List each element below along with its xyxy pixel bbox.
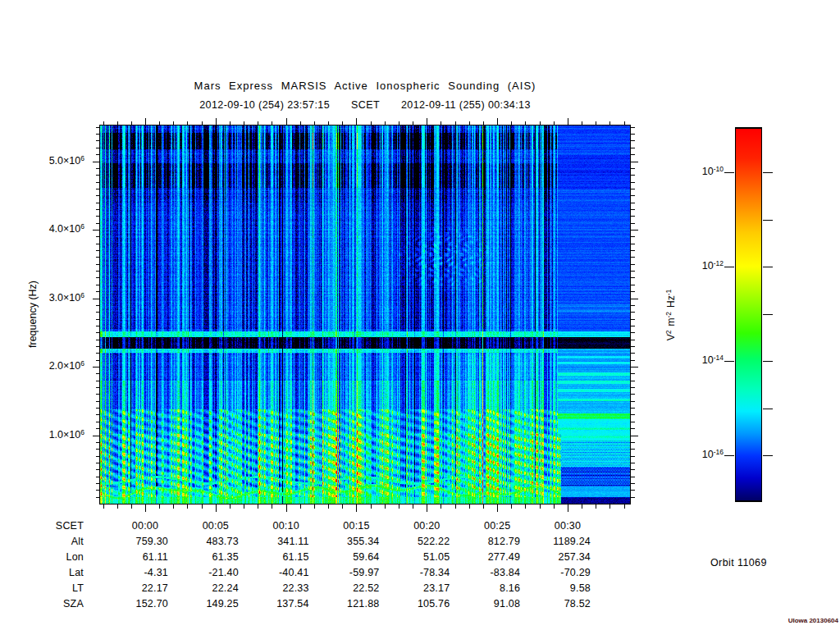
table-cell: -83.84 bbox=[450, 567, 520, 578]
table-row-label: Lon bbox=[33, 551, 84, 563]
x-tick-label: 00:10 bbox=[251, 520, 322, 532]
table-cell: 137.54 bbox=[239, 598, 309, 609]
table-cell: 61.15 bbox=[239, 551, 309, 563]
colorbar-tick-label: 10-12 bbox=[666, 259, 724, 272]
colorbar-tick bbox=[724, 172, 734, 173]
scet-end: 2012-09-11 (255) 00:34:13 bbox=[401, 99, 531, 111]
table-cell: -21.40 bbox=[168, 567, 239, 578]
table-row-label: SCET bbox=[33, 520, 84, 532]
table-cell: 152.70 bbox=[98, 598, 168, 609]
y-tick-label: 2.0×106 bbox=[27, 359, 84, 372]
table-cell: 59.64 bbox=[308, 551, 379, 563]
table-cell: 22.33 bbox=[239, 582, 309, 594]
table-cell: 22.17 bbox=[98, 582, 168, 594]
table-cell: -59.97 bbox=[308, 567, 379, 578]
colorbar-tick bbox=[724, 361, 734, 362]
table-cell: -70.29 bbox=[520, 567, 591, 578]
colorbar-tick bbox=[763, 267, 773, 267]
table-cell: 22.52 bbox=[308, 582, 379, 594]
colorbar-tick-label: 10-16 bbox=[666, 448, 724, 460]
table-cell: 23.17 bbox=[379, 582, 450, 594]
scet-axis-label: SCET bbox=[351, 99, 380, 111]
colorbar-tick bbox=[763, 314, 773, 315]
table-cell: 78.52 bbox=[520, 598, 591, 609]
x-tick-label: 00:00 bbox=[110, 520, 180, 532]
colorbar-tick bbox=[724, 455, 734, 456]
colorbar-unit-label: V2m-2Hz-1 bbox=[664, 290, 677, 341]
table-cell: -78.34 bbox=[379, 567, 450, 578]
table-cell: 149.25 bbox=[168, 598, 239, 609]
table-cell: 22.24 bbox=[168, 582, 239, 594]
table-cell: 355.34 bbox=[308, 536, 379, 547]
table-cell: 8.16 bbox=[450, 582, 520, 594]
x-tick-label: 00:20 bbox=[391, 520, 462, 532]
table-cell: 812.79 bbox=[450, 536, 520, 547]
colorbar-tick bbox=[763, 455, 773, 456]
scet-start: 2012-09-10 (254) 23:57:15 bbox=[199, 99, 330, 111]
table-cell: 341.11 bbox=[239, 536, 309, 547]
colorbar-tick bbox=[763, 220, 773, 221]
table-cell: 105.76 bbox=[379, 598, 450, 609]
table-cell: 61.11 bbox=[98, 551, 168, 563]
table-cell: 1189.24 bbox=[520, 536, 591, 547]
table-cell: 121.88 bbox=[308, 598, 379, 609]
colorbar-tick bbox=[763, 361, 773, 362]
table-row-label: Alt bbox=[33, 536, 84, 547]
plot-subtitle: 2012-09-10 (254) 23:57:15SCET2012-09-11 … bbox=[92, 99, 638, 111]
colorbar-tick bbox=[724, 267, 734, 267]
table-cell: 277.49 bbox=[450, 551, 520, 563]
table-cell: 51.05 bbox=[379, 551, 450, 563]
y-tick-label: 5.0×106 bbox=[27, 154, 84, 167]
x-tick-label: 00:15 bbox=[321, 520, 391, 532]
table-cell: -4.31 bbox=[98, 567, 168, 578]
colorbar-tick-label: 10-14 bbox=[666, 354, 724, 366]
plot-title: Mars Express MARSIS Active Ionospheric S… bbox=[92, 80, 638, 92]
colorbar-tick-label: 10-10 bbox=[666, 165, 724, 177]
table-cell: 522.22 bbox=[379, 536, 450, 547]
colorbar-gradient bbox=[735, 127, 762, 502]
table-row-label: Lat bbox=[33, 567, 84, 578]
table-cell: -40.41 bbox=[239, 567, 309, 578]
x-tick-label: 00:05 bbox=[180, 520, 251, 532]
y-tick-label: 4.0×106 bbox=[27, 222, 84, 235]
y-tick-label: 1.0×106 bbox=[27, 428, 84, 441]
x-tick-label: 00:25 bbox=[462, 520, 532, 532]
y-tick-label: 3.0×106 bbox=[27, 291, 84, 304]
table-row-label: LT bbox=[33, 582, 84, 594]
table-cell: 9.58 bbox=[520, 582, 591, 594]
table-cell: 759.30 bbox=[98, 536, 168, 547]
table-cell: 483.73 bbox=[168, 536, 239, 547]
x-tick-label: 00:30 bbox=[532, 520, 603, 532]
spectrogram-canvas bbox=[92, 117, 638, 512]
ais-browse-plot: Mars Express MARSIS Active Ionospheric S… bbox=[0, 0, 840, 630]
watermark: UIowa 20130604 bbox=[763, 617, 838, 624]
table-cell: 91.08 bbox=[450, 598, 520, 609]
table-cell: 61.35 bbox=[168, 551, 239, 563]
table-row-label: SZA bbox=[33, 598, 84, 609]
colorbar-tick bbox=[763, 409, 773, 409]
table-cell: 257.34 bbox=[520, 551, 591, 563]
colorbar-tick bbox=[763, 172, 773, 173]
orbit-label: Orbit 11069 bbox=[710, 557, 767, 568]
